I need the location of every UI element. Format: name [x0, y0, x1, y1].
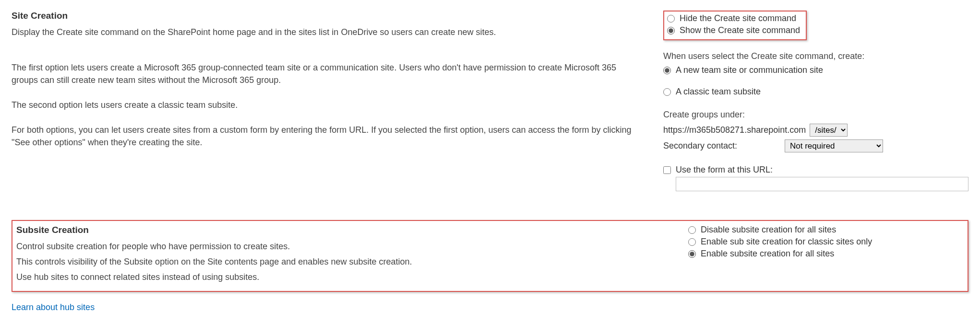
hide-create-command-radio[interactable] [667, 15, 675, 23]
create-classic-radio[interactable] [663, 88, 671, 96]
show-create-command-radio[interactable] [667, 27, 675, 35]
use-form-checkbox[interactable] [663, 166, 671, 174]
subsite-desc2: This controls visibility of the Subsite … [16, 255, 669, 268]
secondary-contact-select[interactable]: Not required [785, 139, 883, 152]
site-creation-desc3: The second option lets users create a cl… [12, 99, 644, 111]
site-creation-desc2: The first option lets users create a Mic… [12, 61, 644, 86]
create-team-comm-radio[interactable] [663, 67, 671, 74]
when-select-label: When users select the Create site comman… [663, 50, 968, 62]
subsite-classic-radio[interactable] [688, 238, 696, 246]
site-creation-desc4: For both options, you can let users crea… [12, 124, 644, 149]
create-groups-label: Create groups under: [663, 108, 968, 121]
form-url-input[interactable] [676, 177, 968, 191]
subsite-left: Subsite Creation Control subsite creatio… [16, 225, 688, 286]
learn-hub-sites-link[interactable]: Learn about hub sites [12, 302, 95, 312]
show-create-command-label[interactable]: Show the Create site command [680, 25, 800, 35]
managed-path-select[interactable]: /sites/ [810, 124, 848, 137]
subsite-creation-highlight: Subsite Creation Control subsite creatio… [12, 220, 968, 292]
secondary-contact-label: Secondary contact: [663, 141, 781, 151]
site-creation-desc1: Display the Create site command on the S… [12, 26, 644, 38]
create-classic-label[interactable]: A classic team subsite [676, 87, 761, 97]
subsite-classic-label[interactable]: Enable sub site creation for classic sit… [701, 237, 872, 247]
create-command-highlight: Hide the Create site command Show the Cr… [663, 11, 807, 40]
site-creation-section: Site Creation Display the Create site co… [12, 11, 968, 191]
hide-create-command-label[interactable]: Hide the Create site command [680, 13, 796, 23]
subsite-heading: Subsite Creation [16, 225, 669, 235]
subsite-disable-label[interactable]: Disable subsite creation for all sites [701, 225, 836, 235]
site-creation-left: Site Creation Display the Create site co… [12, 11, 663, 191]
subsite-desc1: Control subsite creation for people who … [16, 240, 669, 253]
subsite-enable-radio[interactable] [688, 250, 696, 258]
subsite-right: Disable subsite creation for all sites E… [688, 225, 960, 286]
subsite-disable-radio[interactable] [688, 226, 696, 234]
create-team-comm-label[interactable]: A new team site or communication site [676, 65, 823, 75]
tenant-url-text: https://m365b508271.sharepoint.com [663, 125, 806, 135]
subsite-enable-label[interactable]: Enable subsite creation for all sites [701, 249, 834, 259]
site-creation-heading: Site Creation [12, 11, 644, 21]
use-form-label[interactable]: Use the form at this URL: [676, 165, 773, 175]
subsite-desc3: Use hub sites to connect related sites i… [16, 271, 669, 283]
site-creation-right: Hide the Create site command Show the Cr… [663, 11, 968, 191]
